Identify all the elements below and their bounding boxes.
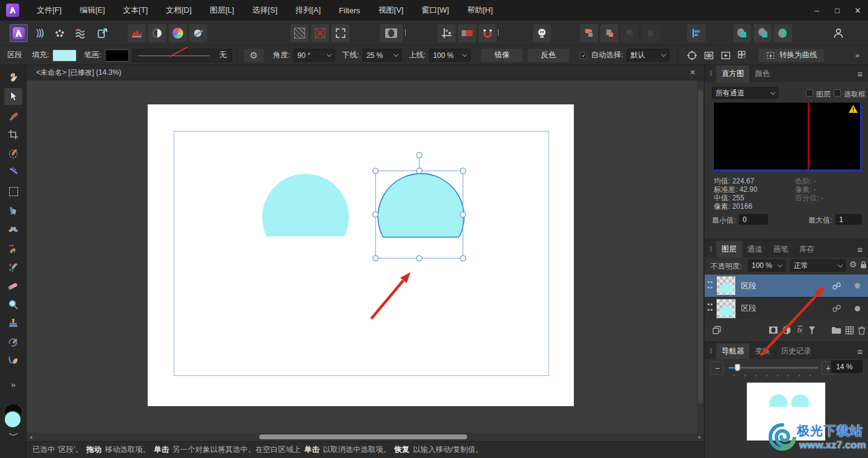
- eraser-tool[interactable]: [4, 278, 22, 294]
- pixel-grid-icon[interactable]: [735, 49, 750, 62]
- histogram-display[interactable]: [713, 103, 861, 171]
- canvas-viewport[interactable]: [27, 80, 704, 433]
- layer-drag-handle-icon[interactable]: [708, 281, 714, 291]
- selection-brush-tool[interactable]: [4, 145, 22, 162]
- crop-tool[interactable]: [4, 126, 22, 143]
- flood-fill-tool[interactable]: [4, 202, 22, 219]
- maximize-button[interactable]: □: [827, 0, 848, 21]
- panel-menu-icon[interactable]: ≡: [857, 69, 863, 79]
- layer-thumbnail[interactable]: [716, 276, 736, 296]
- mask-from-selection-icon[interactable]: [806, 324, 818, 336]
- channel-select[interactable]: 所有通道: [712, 87, 778, 99]
- assistant-icon[interactable]: [533, 24, 551, 42]
- adjustment-layer-icon[interactable]: [781, 324, 793, 336]
- smudge-tool[interactable]: [4, 352, 22, 369]
- rotation-handle[interactable]: [417, 153, 422, 158]
- selection-mode-subtract-icon[interactable]: [311, 24, 329, 42]
- segment-shape-right-selected[interactable]: [378, 174, 464, 237]
- mesh-warp-tool[interactable]: [4, 240, 22, 257]
- selection-mode-new-icon[interactable]: [291, 24, 309, 42]
- layer-name[interactable]: 区段: [741, 303, 756, 314]
- toolbar-overflow-icon[interactable]: »: [855, 51, 860, 60]
- layer-drag-handle-icon[interactable]: [708, 304, 714, 313]
- blur-sharpen-tool[interactable]: [4, 221, 22, 238]
- layer-checkbox[interactable]: [806, 89, 813, 97]
- horizontal-scrollbar-thumb[interactable]: [259, 434, 467, 439]
- auto-select-checkbox[interactable]: ✓: [580, 52, 587, 59]
- color-wheel-icon[interactable]: [169, 24, 187, 42]
- fill-color-well[interactable]: [4, 411, 21, 428]
- layer-name[interactable]: 区段: [741, 281, 756, 291]
- close-button[interactable]: ✕: [848, 0, 868, 21]
- photo-persona-icon[interactable]: [10, 24, 28, 42]
- menu-document[interactable]: 文档[D]: [157, 0, 201, 21]
- layer-row-selected[interactable]: 区段: [705, 275, 868, 297]
- move-to-front-icon[interactable]: [580, 24, 598, 42]
- scroll-right-icon[interactable]: ▸: [696, 434, 704, 440]
- menu-select[interactable]: 选择[S]: [243, 0, 286, 21]
- vertical-scrollbar-thumb[interactable]: [698, 90, 703, 404]
- undo-brush-tool[interactable]: [4, 333, 22, 350]
- move-tool[interactable]: [4, 88, 22, 105]
- link-icon[interactable]: [832, 304, 841, 313]
- tab-histogram[interactable]: 直方图: [716, 65, 750, 82]
- tab-channels[interactable]: 通道: [742, 241, 768, 258]
- angle-select[interactable]: 90 °: [294, 49, 335, 62]
- blend-mode-select[interactable]: 正常: [790, 259, 846, 272]
- export-persona-icon[interactable]: [93, 24, 112, 42]
- zoom-slider[interactable]: [729, 367, 818, 369]
- marquee-checkbox[interactable]: [834, 89, 841, 97]
- layer-settings-gear-icon[interactable]: ⚙: [849, 259, 857, 269]
- mirror-button[interactable]: 镜像: [481, 49, 523, 62]
- bottom-line-select[interactable]: 25 %: [363, 49, 401, 62]
- live-filter-icon[interactable]: fx: [794, 324, 806, 336]
- tab-stock[interactable]: 库存: [794, 241, 820, 258]
- swap-colors-icon[interactable]: [9, 433, 17, 435]
- blend-options-icon[interactable]: [843, 324, 855, 336]
- layer-thumbnail[interactable]: [716, 299, 736, 319]
- tab-color[interactable]: 颜色: [749, 65, 775, 82]
- tab-brushes[interactable]: 画笔: [768, 241, 794, 258]
- menu-edit[interactable]: 编辑[E]: [71, 0, 114, 21]
- histogram-toggle-icon[interactable]: [128, 24, 146, 42]
- layer-visibility-dot[interactable]: [855, 306, 860, 311]
- boolean-add-icon[interactable]: [733, 24, 751, 42]
- panel-menu-icon[interactable]: ≡: [857, 244, 863, 255]
- slice-tool-icon[interactable]: [189, 24, 207, 42]
- tab-navigator[interactable]: 导航器: [716, 343, 750, 359]
- horizontal-scrollbar[interactable]: ◂ ▸: [27, 433, 704, 441]
- tab-layers[interactable]: 图层: [716, 241, 742, 258]
- clone-stamp-tool[interactable]: [4, 314, 22, 331]
- min-input[interactable]: [739, 214, 768, 224]
- mask-button[interactable]: [380, 24, 403, 42]
- zoom-out-button[interactable]: −: [711, 361, 724, 375]
- cycle-selection-box-icon[interactable]: [685, 49, 700, 62]
- move-backward-icon[interactable]: [621, 24, 639, 42]
- more-tools-button[interactable]: »: [4, 376, 22, 393]
- pixel-paint-tool[interactable]: [4, 259, 22, 276]
- gear-icon[interactable]: ⚙: [244, 49, 263, 62]
- convert-to-curves-button[interactable]: 转换为曲线: [759, 49, 825, 62]
- vertical-scrollbar[interactable]: [697, 80, 704, 433]
- lock-icon[interactable]: [860, 261, 867, 269]
- delete-layer-trash-icon[interactable]: [855, 324, 867, 336]
- opacity-select[interactable]: 100 %: [748, 259, 785, 272]
- snapping-dropdown-chevron-icon[interactable]: [498, 29, 504, 37]
- fill-swatch[interactable]: [52, 49, 77, 62]
- menu-window[interactable]: 窗口[W]: [412, 0, 458, 21]
- guides-icon[interactable]: [438, 24, 456, 42]
- tone-mapping-persona-icon[interactable]: [71, 24, 89, 42]
- menu-view[interactable]: 视图[V]: [370, 0, 413, 21]
- mask-layer-icon[interactable]: [767, 324, 779, 336]
- minimize-button[interactable]: –: [807, 0, 827, 21]
- tab-history[interactable]: 历史记录: [775, 343, 816, 359]
- stroke-swatch[interactable]: [105, 49, 129, 62]
- mask-dropdown-chevron-icon[interactable]: [405, 29, 411, 37]
- liquify-persona-icon[interactable]: [30, 24, 48, 42]
- panel-grip-icon[interactable]: ‖: [709, 245, 712, 253]
- scroll-left-icon[interactable]: ◂: [27, 434, 35, 440]
- marquee-select-tool[interactable]: [4, 183, 22, 200]
- stroke-width-control[interactable]: 无: [133, 49, 232, 62]
- develop-persona-icon[interactable]: [51, 24, 69, 42]
- duplicate-layer-icon[interactable]: [711, 324, 723, 336]
